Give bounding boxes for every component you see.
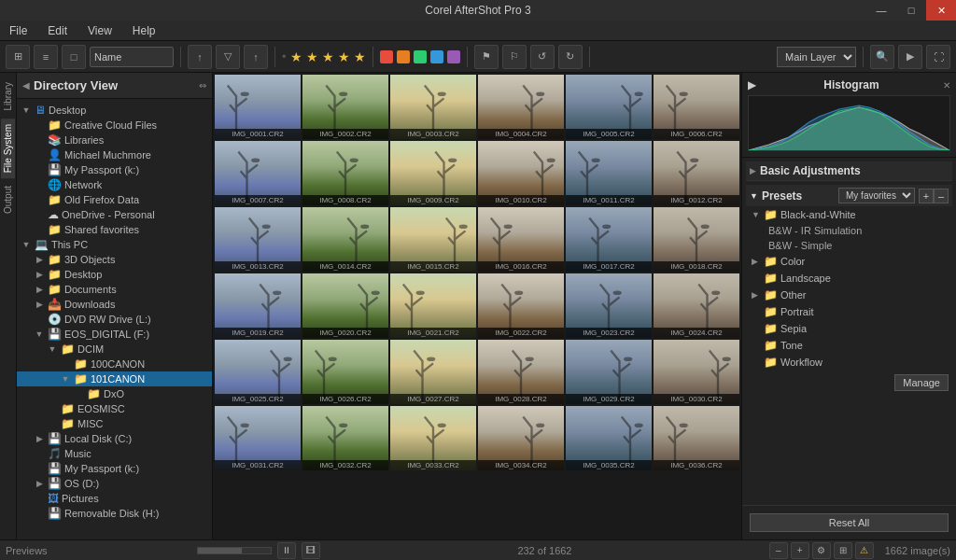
tree-item-mypassportk[interactable]: 💾 My Passport (k:) bbox=[17, 461, 212, 476]
preset-folder-tone[interactable]: ▶ 📁 Tone bbox=[746, 337, 952, 354]
thumbnail-item[interactable]: IMG_0017.CR2 bbox=[566, 207, 652, 272]
thumbnail-item[interactable]: IMG_0028.CR2 bbox=[478, 340, 564, 404]
preset-folder-landscape[interactable]: ▶ 📁 Landscape bbox=[746, 270, 952, 287]
thumbnail-item[interactable]: IMG_0020.CR2 bbox=[302, 273, 388, 338]
minimize-button[interactable]: — bbox=[866, 0, 896, 21]
dir-collapse-arrow[interactable]: ◀ bbox=[22, 80, 30, 91]
color-blue[interactable] bbox=[430, 50, 443, 63]
thumbnail-item[interactable]: IMG_0036.CR2 bbox=[654, 406, 739, 470]
star-4[interactable]: ★ bbox=[338, 49, 350, 64]
layer-select[interactable]: Main Layer bbox=[777, 47, 856, 67]
preset-folder-sepia[interactable]: ▶ 📁 Sepia bbox=[746, 320, 952, 337]
star-2[interactable]: ★ bbox=[306, 49, 318, 64]
thumbnail-item[interactable]: IMG_0033.CR2 bbox=[390, 406, 476, 470]
zoom-in-button[interactable]: + bbox=[791, 542, 809, 559]
sidebar-tab-filesystem[interactable]: File System bbox=[1, 119, 15, 178]
star-1[interactable]: ★ bbox=[290, 49, 302, 64]
thumbnail-item[interactable]: IMG_0016.CR2 bbox=[478, 207, 564, 272]
basic-adjustments-header[interactable]: ▶ Basic Adjustments bbox=[746, 161, 952, 181]
thumbnail-item[interactable]: IMG_0002.CR2 bbox=[302, 75, 388, 139]
sort-field[interactable] bbox=[90, 47, 174, 67]
sidebar-tab-library[interactable]: Library bbox=[1, 77, 15, 117]
histogram-arrow[interactable]: ▶ bbox=[748, 78, 756, 91]
thumbnail-item[interactable]: IMG_0009.CR2 bbox=[390, 141, 476, 205]
preset-folder-workflow[interactable]: ▶ 📁 Workflow bbox=[746, 354, 952, 371]
preset-folder-portrait[interactable]: ▶ 📁 Portrait bbox=[746, 303, 952, 320]
tree-item-music[interactable]: 🎵 Music bbox=[17, 446, 212, 461]
menu-edit[interactable]: Edit bbox=[44, 22, 71, 39]
tree-item-101canon[interactable]: ▼ 📁 101CANON bbox=[17, 371, 212, 386]
thumbnail-item[interactable]: IMG_0029.CR2 bbox=[566, 340, 652, 404]
thumbnail-item[interactable]: IMG_0006.CR2 bbox=[654, 75, 739, 139]
tree-item-misc[interactable]: 📁 MISC bbox=[17, 416, 212, 431]
play-button[interactable]: ⏸ bbox=[277, 542, 296, 559]
tree-item-onedrive[interactable]: ☁ OneDrive - Personal bbox=[17, 207, 212, 222]
tree-item-osd[interactable]: ▶ 💾 OS (D:) bbox=[17, 476, 212, 491]
thumbnail-item[interactable]: IMG_0022.CR2 bbox=[478, 273, 564, 338]
presets-arrow[interactable]: ▼ bbox=[750, 191, 758, 201]
flag-pick-button[interactable]: ⚐ bbox=[502, 45, 527, 69]
film-button[interactable]: 🎞 bbox=[302, 542, 320, 559]
presets-add-button[interactable]: + bbox=[919, 189, 934, 203]
thumbnail-item[interactable]: IMG_0010.CR2 bbox=[478, 141, 564, 205]
preset-folder-other[interactable]: ▶ 📁 Other bbox=[746, 287, 952, 303]
dir-expand-button[interactable]: ⇔ bbox=[199, 80, 206, 91]
thumbnail-item[interactable]: IMG_0014.CR2 bbox=[302, 207, 388, 272]
view-single-button[interactable]: □ bbox=[62, 45, 86, 69]
thumbnail-item[interactable]: IMG_0012.CR2 bbox=[654, 141, 739, 205]
thumbnail-item[interactable]: IMG_0025.CR2 bbox=[215, 340, 301, 404]
thumbnail-item[interactable]: IMG_0031.CR2 bbox=[215, 406, 301, 470]
view-list-button[interactable]: ≡ bbox=[34, 45, 58, 69]
color-purple[interactable] bbox=[447, 50, 460, 63]
warning-button[interactable]: ⚠ bbox=[855, 542, 874, 559]
tree-item-sharedfav[interactable]: 📁 Shared favorites bbox=[17, 222, 212, 237]
menu-file[interactable]: File bbox=[6, 22, 31, 39]
thumbnail-item[interactable]: IMG_0027.CR2 bbox=[390, 340, 476, 404]
thumbnail-item[interactable]: IMG_0004.CR2 bbox=[478, 75, 564, 139]
maximize-button[interactable]: □ bbox=[896, 0, 926, 21]
preset-folder-bw[interactable]: ▼ 📁 Black-and-White bbox=[746, 206, 952, 223]
star-5[interactable]: ★ bbox=[354, 49, 366, 64]
thumbnail-item[interactable]: IMG_0008.CR2 bbox=[302, 141, 388, 205]
flag-button[interactable]: ⚑ bbox=[474, 45, 499, 69]
tree-item-desktop2[interactable]: ▶ 📁 Desktop bbox=[17, 267, 212, 282]
tree-item-libraries[interactable]: 📚 Libraries bbox=[17, 133, 212, 147]
thumbnail-item[interactable]: IMG_0015.CR2 bbox=[390, 207, 476, 272]
preset-item-bw-ir[interactable]: B&W - IR Simulation bbox=[746, 223, 952, 238]
thumbnail-item[interactable]: IMG_0030.CR2 bbox=[654, 340, 739, 404]
thumbnail-item[interactable]: IMG_0024.CR2 bbox=[654, 273, 739, 338]
tree-item-dcim[interactable]: ▼ 📁 DCIM bbox=[17, 342, 212, 357]
tree-item-dvdrw[interactable]: 💿 DVD RW Drive (L:) bbox=[17, 312, 212, 327]
tree-item-network[interactable]: 🌐 Network bbox=[17, 177, 212, 192]
reset-all-button[interactable]: Reset All bbox=[750, 513, 949, 532]
presets-dropdown[interactable]: My favorites bbox=[838, 188, 915, 203]
thumbnail-item[interactable]: IMG_0032.CR2 bbox=[302, 406, 388, 470]
tree-item-mypassport[interactable]: 💾 My Passport (k:) bbox=[17, 162, 212, 177]
thumbnail-item[interactable]: IMG_0021.CR2 bbox=[390, 273, 476, 338]
presets-menu-button[interactable]: – bbox=[934, 189, 949, 203]
view-grid-button[interactable]: ⊞ bbox=[6, 45, 30, 69]
rotate-cw-button[interactable]: ↺ bbox=[530, 45, 555, 69]
tree-item-downloads[interactable]: ▶ 📥 Downloads bbox=[17, 297, 212, 312]
tree-item-eos[interactable]: ▼ 💾 EOS_DIGITAL (F:) bbox=[17, 327, 212, 342]
tree-item-thispc[interactable]: ▼ 💻 This PC bbox=[17, 237, 212, 252]
tree-item-documents[interactable]: ▶ 📁 Documents bbox=[17, 282, 212, 297]
sidebar-tab-output[interactable]: Output bbox=[1, 180, 15, 219]
preset-item-bw-simple[interactable]: B&W - Simple bbox=[746, 238, 952, 253]
manage-button[interactable]: Manage bbox=[894, 374, 949, 391]
tree-item-3dobjects[interactable]: ▶ 📁 3D Objects bbox=[17, 252, 212, 267]
tree-item-oldfirefox[interactable]: 📁 Old Firefox Data bbox=[17, 192, 212, 207]
upload-button[interactable]: ↑ bbox=[244, 45, 268, 69]
star-none[interactable]: • bbox=[282, 49, 287, 63]
thumbnail-item[interactable]: IMG_0013.CR2 bbox=[215, 207, 301, 272]
zoom-out-button[interactable]: – bbox=[769, 542, 788, 559]
tree-item-dxo[interactable]: 📁 DxO bbox=[17, 386, 212, 401]
thumbnail-item[interactable]: IMG_0001.CR2 bbox=[215, 75, 301, 139]
thumbnail-item[interactable]: IMG_0007.CR2 bbox=[215, 141, 301, 205]
thumbnail-item[interactable]: IMG_0034.CR2 bbox=[478, 406, 564, 470]
fullscreen-button[interactable]: ⛶ bbox=[926, 45, 950, 69]
thumbnail-item[interactable]: IMG_0003.CR2 bbox=[390, 75, 476, 139]
star-3[interactable]: ★ bbox=[322, 49, 334, 64]
thumbnail-item[interactable]: IMG_0023.CR2 bbox=[566, 273, 652, 338]
tree-item-ccfiles[interactable]: 📁 Creative Cloud Files bbox=[17, 118, 212, 133]
